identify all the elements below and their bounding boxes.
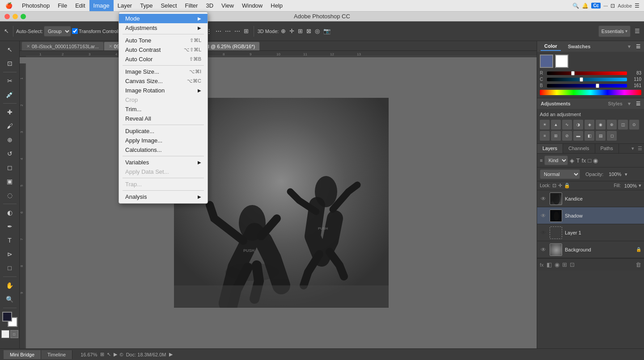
- menu-type[interactable]: Type: [136, 0, 157, 11]
- layer-row-background[interactable]: 👁 Background 🔒: [537, 241, 644, 258]
- hue-saturation-adj-icon[interactable]: ◉: [596, 120, 606, 130]
- fill-arrow-icon[interactable]: ▾: [639, 183, 641, 188]
- canvas-scroll-area[interactable]: PUSH PUSH: [26, 57, 537, 348]
- new-group-icon[interactable]: ⊞: [562, 261, 567, 268]
- color-balance-adj-icon[interactable]: ⊕: [607, 120, 617, 130]
- posterize-adj-icon[interactable]: ▬: [573, 131, 583, 141]
- menu-item-crop[interactable]: Crop: [119, 95, 208, 105]
- layers-tab[interactable]: Layers: [537, 144, 563, 153]
- more-icon[interactable]: ···: [603, 3, 608, 9]
- gradient-map-adj-icon[interactable]: ▤: [596, 131, 606, 141]
- mode-filter-icon[interactable]: □: [588, 157, 592, 164]
- doc-arrow-icon[interactable]: ▶: [169, 352, 173, 357]
- delete-layer-icon[interactable]: 🗑: [636, 261, 641, 268]
- move-tool-icon[interactable]: ↖: [3, 28, 10, 34]
- levels-adj-icon[interactable]: ▲: [551, 120, 561, 130]
- menu-item-apply-data-set[interactable]: Apply Data Set...: [119, 167, 208, 176]
- photo-filter-adj-icon[interactable]: ⊙: [629, 120, 639, 130]
- menu-item-auto-tone[interactable]: Auto Tone ⇧⌘L: [119, 36, 208, 45]
- workspace-dropdown[interactable]: Essentials ▾: [598, 25, 631, 37]
- layer-row-kandice[interactable]: 👁 Kandice: [537, 190, 644, 207]
- 3d-scale-icon[interactable]: ⊞: [297, 28, 304, 34]
- menu-item-trim[interactable]: Trim...: [119, 105, 208, 114]
- brightness-contrast-adj-icon[interactable]: ☀: [540, 120, 550, 130]
- menu-photoshop[interactable]: Photoshop: [18, 0, 54, 11]
- layer-visibility-layer1[interactable]: 👁: [540, 229, 547, 236]
- document-tab-1[interactable]: ✕ 08-iStock_000011057163Lar...: [21, 42, 104, 50]
- blur-tool[interactable]: ◌: [2, 188, 18, 202]
- hand-tool[interactable]: ✋: [2, 279, 18, 292]
- minimize-button[interactable]: [13, 14, 18, 19]
- lock-all-icon[interactable]: 🔒: [564, 183, 570, 188]
- black-white-adj-icon[interactable]: ◫: [618, 120, 628, 130]
- 3d-move-icon[interactable]: ✛: [288, 28, 296, 34]
- menu-select[interactable]: Select: [157, 0, 181, 11]
- menu-item-apply-image[interactable]: Apply Image...: [119, 136, 208, 145]
- dodge-tool[interactable]: ◐: [2, 206, 18, 219]
- new-layer-icon[interactable]: ⊡: [570, 261, 575, 268]
- menu-item-auto-color[interactable]: Auto Color ⇧⌘B: [119, 54, 208, 64]
- vibrance-adj-icon[interactable]: ◈: [585, 120, 594, 130]
- grid-icon[interactable]: ⊞: [100, 352, 104, 357]
- channels-tab[interactable]: Channels: [563, 144, 595, 153]
- foreground-color-picker[interactable]: [540, 54, 553, 68]
- hamburger-icon[interactable]: ☰: [635, 3, 640, 9]
- curves-adj-icon[interactable]: ∿: [562, 120, 572, 130]
- menu-item-analysis[interactable]: Analysis: [119, 192, 208, 201]
- crop-tool[interactable]: ✂: [2, 74, 18, 88]
- shape-tool[interactable]: □: [2, 261, 18, 275]
- zoom-tool[interactable]: 🔍: [2, 293, 18, 306]
- layer-row-shadow[interactable]: 👁 Shadow: [537, 207, 644, 224]
- auto-select-dropdown[interactable]: Group Layer: [44, 26, 71, 37]
- color-selector[interactable]: [2, 312, 17, 327]
- path-tool[interactable]: ⊳: [2, 247, 18, 261]
- select-tool[interactable]: ⊡: [2, 57, 18, 70]
- 3d-slide-icon[interactable]: ⊠: [305, 28, 313, 34]
- menu-item-mode[interactable]: Mode: [119, 14, 208, 23]
- swatches-tab[interactable]: Swatches: [564, 42, 594, 50]
- dist-bottom-icon[interactable]: ⋯: [233, 28, 242, 34]
- apple-icon[interactable]: 🍎: [5, 2, 13, 9]
- adjustments-tab[interactable]: Styles: [608, 101, 623, 106]
- tab-close-1[interactable]: ✕: [26, 44, 30, 49]
- adjustments-menu-icon[interactable]: ☰: [636, 101, 640, 107]
- history-tool[interactable]: ↺: [2, 147, 18, 160]
- search-icon[interactable]: 🔍: [572, 3, 579, 9]
- cyan-slider-thumb[interactable]: [580, 77, 583, 82]
- red-slider[interactable]: [547, 71, 627, 75]
- notifications-icon[interactable]: 🔔: [582, 3, 589, 9]
- menu-item-calculations[interactable]: Calculations...: [119, 145, 208, 155]
- color-panel-menu-icon[interactable]: ☰: [636, 44, 640, 50]
- menu-item-duplicate[interactable]: Duplicate...: [119, 126, 208, 136]
- blue-slider[interactable]: [547, 84, 627, 88]
- screen-icon[interactable]: ⊡: [610, 3, 615, 9]
- heal-tool[interactable]: ✚: [2, 105, 18, 119]
- layer-fx-icon[interactable]: fx: [540, 262, 544, 268]
- menu-item-image-rotation[interactable]: Image Rotation: [119, 86, 208, 95]
- menu-filter[interactable]: Filter: [181, 0, 202, 11]
- transform-controls-checkbox[interactable]: Transform Controls: [72, 28, 121, 34]
- selective-color-adj-icon[interactable]: ◻: [607, 131, 617, 141]
- tab-close-2[interactable]: ✕: [109, 44, 112, 49]
- mini-bridge-tab[interactable]: Mini Bridge: [4, 350, 41, 359]
- type-filter-icon[interactable]: T: [576, 157, 580, 164]
- eraser-tool[interactable]: ◻: [2, 161, 18, 174]
- gradient-tool[interactable]: ▣: [2, 175, 18, 188]
- layer-row-layer1[interactable]: 👁 Layer 1: [537, 224, 644, 241]
- eyedropper-tool[interactable]: 💉: [2, 88, 18, 101]
- brush-tool[interactable]: 🖌: [2, 119, 18, 133]
- color-tab[interactable]: Color: [541, 42, 561, 51]
- close-button[interactable]: [4, 14, 10, 19]
- menu-item-reveal-all[interactable]: Reveal All: [119, 114, 208, 123]
- color-spectrum-bar[interactable]: [540, 90, 641, 95]
- dist-center-h-icon[interactable]: ⋯: [224, 28, 232, 34]
- menu-item-variables[interactable]: Variables: [119, 158, 208, 167]
- 3d-roll-icon[interactable]: ◎: [314, 28, 321, 34]
- layers-panel-collapse[interactable]: ▾: [630, 144, 636, 153]
- maximize-button[interactable]: [21, 14, 26, 19]
- background-color-picker[interactable]: [555, 54, 568, 68]
- 3d-rotate-icon[interactable]: ⊕: [280, 28, 287, 34]
- lock-pixels-icon[interactable]: ⊡: [552, 183, 556, 188]
- layers-panel-menu-icon[interactable]: ☰: [636, 144, 644, 153]
- pen-tool[interactable]: ✒: [2, 220, 18, 233]
